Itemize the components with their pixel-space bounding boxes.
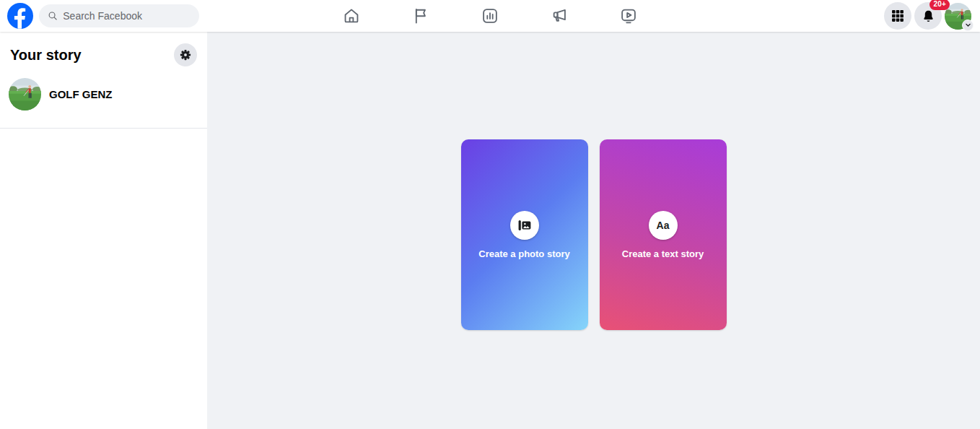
notifications-wrap: 20+ [914,2,942,30]
create-photo-story-card[interactable]: Create a photo story [461,139,588,330]
home-icon [342,6,361,25]
tab-ad-center[interactable] [525,0,594,32]
search-input[interactable] [63,10,191,22]
bell-icon [921,9,936,24]
navbar-left [0,3,199,29]
stories-sidebar: Your story [0,32,207,429]
navbar-tabs [317,0,663,32]
tab-insights[interactable] [455,0,525,32]
text-style-icon: Aa [657,220,670,231]
photo-story-icon-circle [510,211,539,240]
page-title: Your story [10,47,82,64]
apps-grid-icon [891,9,905,23]
search-bar[interactable] [39,4,199,27]
story-settings-button[interactable] [174,43,197,66]
notification-count-badge: 20+ [929,0,950,10]
create-story-cards: Create a photo story Aa Create a text st… [207,139,980,330]
flag-icon [411,6,430,25]
your-story-item[interactable]: GOLF GENZ [0,74,207,129]
golf-avatar-image [9,78,41,110]
search-icon [48,10,58,22]
apps-menu-button[interactable] [884,2,911,30]
story-avatar [9,78,41,110]
top-navbar: 20+ [0,0,980,32]
tab-pages[interactable] [386,0,455,32]
facebook-logo[interactable] [7,3,33,29]
main-content: Create a photo story Aa Create a text st… [207,32,980,429]
photo-story-label: Create a photo story [478,248,569,259]
tab-home[interactable] [317,0,386,32]
insights-chart-icon [481,6,499,25]
photo-icon [517,218,532,233]
megaphone-icon [550,6,569,25]
create-text-story-card[interactable]: Aa Create a text story [600,139,727,330]
video-play-icon [619,6,638,25]
chevron-down-icon [962,20,974,31]
navbar-right: 20+ [884,2,980,30]
text-story-label: Create a text story [622,248,704,259]
text-story-icon-circle: Aa [649,211,678,240]
tab-video[interactable] [594,0,663,32]
sidebar-header: Your story [0,32,207,74]
gear-icon [179,48,192,61]
story-author-name: GOLF GENZ [49,88,113,100]
